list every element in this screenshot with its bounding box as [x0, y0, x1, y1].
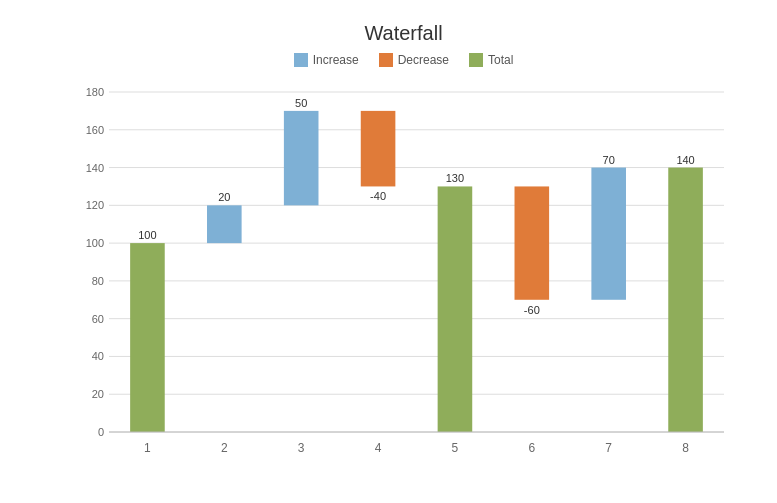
x-label-3: 3: [297, 441, 304, 455]
x-label-5: 5: [451, 441, 458, 455]
bar-label-7: 70: [602, 153, 614, 165]
svg-text:180: 180: [85, 86, 103, 98]
legend-color-box: [469, 53, 483, 67]
legend-item-increase: Increase: [294, 53, 359, 67]
svg-text:60: 60: [91, 312, 103, 324]
bar-6: [514, 186, 549, 299]
svg-text:160: 160: [85, 123, 103, 135]
svg-text:140: 140: [85, 161, 103, 173]
bar-1: [130, 243, 165, 432]
bar-5: [437, 186, 472, 432]
x-label-6: 6: [528, 441, 535, 455]
svg-text:100: 100: [85, 237, 103, 249]
x-label-8: 8: [682, 441, 689, 455]
legend-label: Decrease: [398, 53, 449, 67]
bar-label-3: 50: [295, 96, 307, 108]
legend-label: Increase: [313, 53, 359, 67]
legend-color-box: [379, 53, 393, 67]
legend-label: Total: [488, 53, 513, 67]
bar-label-8: 140: [676, 153, 694, 165]
chart-area: 0204060801001201401601801001202503-40413…: [64, 77, 744, 467]
bar-label-5: 130: [445, 172, 463, 184]
chart-svg: 0204060801001201401601801001202503-40413…: [64, 77, 744, 467]
legend-color-box: [294, 53, 308, 67]
chart-container: Waterfall IncreaseDecreaseTotal 02040608…: [14, 12, 764, 492]
svg-text:20: 20: [91, 388, 103, 400]
bar-label-4: -40: [370, 190, 386, 202]
chart-title: Waterfall: [64, 22, 744, 45]
bar-4: [360, 110, 395, 186]
legend-item-decrease: Decrease: [379, 53, 449, 67]
bar-label-1: 100: [138, 229, 156, 241]
bar-label-2: 20: [218, 191, 230, 203]
x-label-1: 1: [144, 441, 151, 455]
bar-7: [591, 167, 626, 299]
svg-text:120: 120: [85, 199, 103, 211]
svg-text:80: 80: [91, 274, 103, 286]
bar-2: [207, 205, 242, 243]
x-label-4: 4: [374, 441, 381, 455]
bar-label-6: -60: [523, 303, 539, 315]
svg-text:0: 0: [97, 426, 103, 438]
bar-3: [283, 110, 318, 204]
legend-item-total: Total: [469, 53, 513, 67]
svg-text:40: 40: [91, 350, 103, 362]
bar-8: [668, 167, 703, 431]
x-label-7: 7: [605, 441, 612, 455]
chart-legend: IncreaseDecreaseTotal: [64, 53, 744, 67]
x-label-2: 2: [220, 441, 227, 455]
